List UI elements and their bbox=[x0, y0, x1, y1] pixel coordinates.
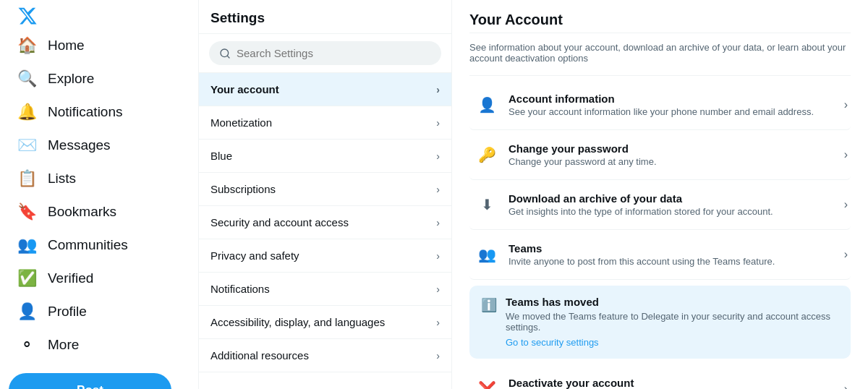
sidebar-item-label-lists: Lists bbox=[48, 171, 76, 187]
home-icon: 🏠 bbox=[17, 36, 36, 55]
settings-panel: Settings Your account › Monetization › B… bbox=[199, 0, 452, 389]
teams-text: Teams Invite anyone to post from this ac… bbox=[501, 242, 844, 267]
chevron-right-icon: › bbox=[844, 248, 848, 261]
settings-item-blue[interactable]: Blue › bbox=[199, 140, 451, 173]
chevron-right-icon: › bbox=[844, 382, 848, 389]
teams-row[interactable]: 👥 Teams Invite anyone to post from this … bbox=[469, 230, 851, 280]
settings-item-accessibility[interactable]: Accessibility, display, and languages › bbox=[199, 306, 451, 339]
sidebar-item-communities[interactable]: 👥 Communities bbox=[9, 228, 190, 262]
left-navigation: 🏠 Home 🔍 Explore 🔔 Notifications ✉️ Mess… bbox=[0, 0, 199, 389]
post-button[interactable]: Post bbox=[9, 373, 171, 389]
info-icon: ℹ️ bbox=[481, 297, 497, 349]
download-data-text: Download an archive of your data Get ins… bbox=[501, 192, 844, 217]
settings-item-label-privacy: Privacy and safety bbox=[210, 249, 299, 262]
settings-item-label-monetization: Monetization bbox=[210, 116, 272, 129]
more-icon: ⚬ bbox=[17, 335, 36, 354]
sidebar-item-profile[interactable]: 👤 Profile bbox=[9, 295, 190, 328]
twitter-logo[interactable] bbox=[9, 6, 46, 26]
chevron-right-icon: › bbox=[436, 350, 440, 362]
search-settings-input[interactable] bbox=[237, 47, 431, 59]
search-icon bbox=[219, 48, 231, 59]
sidebar-item-label-explore: Explore bbox=[48, 71, 94, 87]
settings-item-monetization[interactable]: Monetization › bbox=[199, 106, 451, 140]
settings-item-label-your-account: Your account bbox=[210, 83, 279, 95]
notifications-icon: 🔔 bbox=[17, 103, 36, 121]
deactivate-text: Deactivate your account Find out how you… bbox=[501, 377, 844, 389]
sidebar-item-label-more: More bbox=[48, 337, 79, 353]
teams-notice-body: We moved the Teams feature to Delegate i… bbox=[506, 311, 839, 333]
svg-line-1 bbox=[227, 56, 229, 58]
sidebar-item-lists[interactable]: 📋 Lists bbox=[9, 162, 190, 195]
settings-menu: Your account › Monetization › Blue › Sub… bbox=[199, 73, 451, 389]
chevron-right-icon: › bbox=[844, 148, 848, 161]
account-info-title: Account information bbox=[509, 93, 837, 105]
search-settings-wrap bbox=[199, 34, 451, 73]
teams-desc: Invite anyone to post from this account … bbox=[509, 256, 837, 267]
teams-title: Teams bbox=[509, 242, 837, 255]
teams-notice-title: Teams has moved bbox=[506, 296, 839, 308]
chevron-right-icon: › bbox=[436, 317, 440, 328]
settings-item-privacy[interactable]: Privacy and safety › bbox=[199, 239, 451, 273]
change-password-row[interactable]: 🔑 Change your password Change your passw… bbox=[469, 130, 851, 180]
explore-icon: 🔍 bbox=[17, 69, 36, 88]
messages-icon: ✉️ bbox=[17, 136, 36, 155]
settings-item-subscriptions[interactable]: Subscriptions › bbox=[199, 173, 451, 206]
change-password-text: Change your password Change your passwor… bbox=[501, 142, 844, 167]
sidebar-item-bookmarks[interactable]: 🔖 Bookmarks bbox=[9, 195, 190, 228]
settings-item-label-additional: Additional resources bbox=[210, 349, 309, 362]
change-password-title: Change your password bbox=[509, 142, 837, 155]
main-content-subtitle: See information about your account, down… bbox=[469, 36, 851, 76]
settings-item-label-subscriptions: Subscriptions bbox=[210, 183, 276, 195]
download-data-row[interactable]: ⬇ Download an archive of your data Get i… bbox=[469, 180, 851, 230]
account-info-text: Account information See your account inf… bbox=[501, 93, 844, 117]
sidebar-item-verified[interactable]: ✅ Verified bbox=[9, 262, 190, 295]
settings-item-notifications[interactable]: Notifications › bbox=[199, 273, 451, 306]
sidebar-item-messages[interactable]: ✉️ Messages bbox=[9, 129, 190, 162]
verified-icon: ✅ bbox=[17, 269, 36, 288]
sidebar-item-label-communities: Communities bbox=[48, 237, 128, 253]
deactivate-account-row[interactable]: ❌ Deactivate your account Find out how y… bbox=[469, 364, 851, 389]
settings-title: Settings bbox=[199, 0, 451, 34]
settings-item-additional[interactable]: Additional resources › bbox=[199, 339, 451, 372]
go-to-security-settings-link[interactable]: Go to security settings bbox=[506, 337, 599, 348]
teams-notice: ℹ️ Teams has moved We moved the Teams fe… bbox=[469, 286, 851, 359]
main-content: Your Account See information about your … bbox=[452, 0, 868, 389]
chevron-right-icon: › bbox=[844, 198, 848, 211]
profile-icon: 👤 bbox=[17, 302, 36, 321]
sidebar-item-label-bookmarks: Bookmarks bbox=[48, 204, 116, 220]
sidebar-item-explore[interactable]: 🔍 Explore bbox=[9, 62, 190, 95]
bookmarks-icon: 🔖 bbox=[17, 202, 36, 221]
main-content-title: Your Account bbox=[469, 0, 851, 33]
sidebar-item-home[interactable]: 🏠 Home bbox=[9, 29, 190, 62]
sidebar-item-label-profile: Profile bbox=[48, 304, 87, 320]
sidebar-item-label-home: Home bbox=[48, 38, 85, 54]
chevron-right-icon: › bbox=[436, 117, 440, 129]
sidebar-item-more[interactable]: ⚬ More bbox=[9, 328, 190, 362]
settings-item-security[interactable]: Security and account access › bbox=[199, 206, 451, 239]
chevron-right-icon: › bbox=[436, 84, 440, 95]
settings-item-your-account[interactable]: Your account › bbox=[199, 73, 451, 106]
communities-icon: 👥 bbox=[17, 236, 36, 255]
chevron-right-icon: › bbox=[844, 98, 848, 111]
change-password-icon: 🔑 bbox=[472, 140, 501, 169]
sidebar-item-label-verified: Verified bbox=[48, 270, 93, 286]
chevron-right-icon: › bbox=[436, 250, 440, 262]
search-settings-container[interactable] bbox=[209, 41, 441, 65]
account-info-icon: 👤 bbox=[472, 90, 501, 119]
chevron-right-icon: › bbox=[436, 217, 440, 228]
chevron-right-icon: › bbox=[436, 184, 440, 195]
chevron-right-icon: › bbox=[436, 283, 440, 295]
deactivate-icon: ❌ bbox=[472, 375, 501, 389]
settings-item-label-notifications: Notifications bbox=[210, 283, 270, 295]
sidebar-item-label-messages: Messages bbox=[48, 137, 111, 153]
settings-item-label-accessibility: Accessibility, display, and languages bbox=[210, 316, 385, 328]
teams-notice-text: Teams has moved We moved the Teams featu… bbox=[506, 296, 839, 349]
download-data-title: Download an archive of your data bbox=[509, 192, 837, 205]
change-password-desc: Change your password at any time. bbox=[509, 156, 837, 167]
account-info-row[interactable]: 👤 Account information See your account i… bbox=[469, 80, 851, 130]
lists-icon: 📋 bbox=[17, 169, 36, 188]
chevron-right-icon: › bbox=[436, 150, 440, 162]
settings-item-label-blue: Blue bbox=[210, 150, 232, 162]
download-data-icon: ⬇ bbox=[472, 190, 501, 219]
sidebar-item-notifications[interactable]: 🔔 Notifications bbox=[9, 95, 190, 129]
